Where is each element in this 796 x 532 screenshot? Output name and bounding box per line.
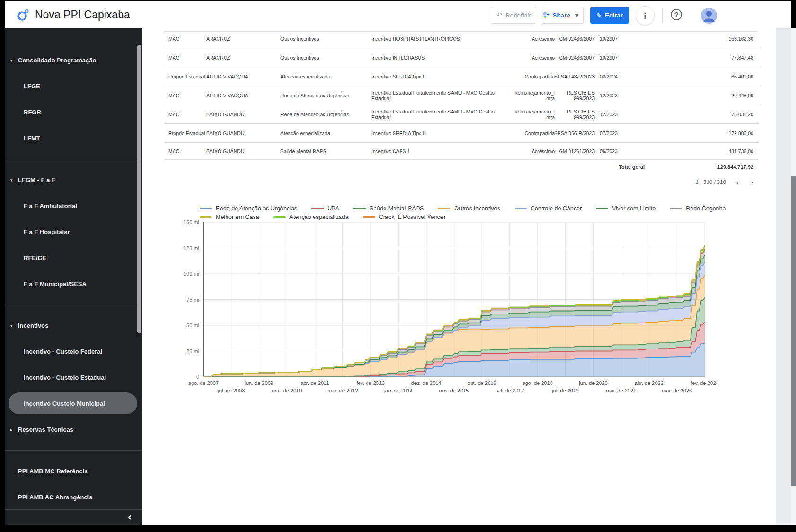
x-axis-tick-label: jan. de 2014: [384, 388, 413, 393]
y-axis-tick-label: 75 mi: [186, 297, 199, 303]
sidebar-divider: [5, 159, 142, 159]
table-cell: RES CIB ES 999/2023: [553, 105, 595, 123]
sidebar-item-incentivo-custeio-estadual[interactable]: Incentivo - Custeio Estadual: [5, 365, 142, 391]
sidebar-item-f-a-f-hospitalar[interactable]: F a F Hospitalar: [5, 219, 142, 245]
table-cell: Contrapartida: [512, 124, 555, 142]
sidebar-divider: [5, 305, 142, 305]
legend-swatch-icon: [438, 208, 450, 209]
share-button[interactable]: Share: [542, 7, 571, 24]
pencil-icon: ✎: [596, 12, 602, 19]
sidebar-item-lfge[interactable]: LFGE: [5, 73, 142, 99]
x-axis-tick-label: abr. de 2011: [300, 380, 329, 386]
y-axis-tick-label: 25 mi: [186, 349, 199, 354]
legend-item-upa[interactable]: UPA: [311, 205, 339, 212]
sidebar-item-lfmt[interactable]: LFMT: [5, 125, 142, 151]
legend-swatch-icon: [200, 208, 212, 209]
chevron-expanded-icon: ▾: [10, 178, 18, 183]
person-icon: [701, 8, 717, 24]
table-cell: MAC: [168, 48, 205, 67]
x-axis-tick-label: fev. de 2013: [356, 380, 385, 386]
y-axis-tick-label: 50 mi: [186, 323, 199, 328]
page-scrollbar-thumb[interactable]: [791, 176, 796, 486]
table-cell: Acréscimo: [512, 143, 555, 159]
legend-item-rede-de-atencao-as-urgencias[interactable]: Rede de Atenção às Urgências: [200, 205, 297, 212]
help-button[interactable]: ?: [671, 9, 682, 20]
legend-swatch-icon: [311, 208, 324, 209]
table-row: MACARACRUZOutros IncentivosIncentivo HOS…: [165, 29, 758, 48]
table-cell: Incentivo HOSPITAIS FILANTRÓPICOS: [371, 29, 511, 48]
sidebar-item-label: Incentivo - Custeio Estadual: [24, 374, 106, 381]
table-cell: ATILIO VIVACQUA: [206, 67, 278, 86]
sidebar: ▾Consolidado ProgramaçãoLFGERFGRLFMT▾LFG…: [5, 28, 142, 525]
table-cell: ARACRUZ: [206, 48, 278, 67]
sidebar-item-incentivo-custeio-municipal[interactable]: Incentivo Custeio Municipal: [9, 392, 137, 414]
pagination-next-icon[interactable]: ›: [747, 177, 758, 188]
sidebar-item-ppi-amb-ac-abrangencia[interactable]: PPI AMB AC Abrangência: [5, 484, 142, 510]
sidebar-item-f-a-f-ambulatorial[interactable]: F a F Ambulatorial: [5, 193, 142, 219]
sidebar-item-incentivo-custeio-federal[interactable]: Incentivo - Custeio Federal: [5, 339, 142, 365]
sidebar-item-reservas-tecnicas[interactable]: ▸Reservas Técnicas: [5, 417, 142, 443]
legend-swatch-icon: [670, 208, 682, 209]
table-row: MACARACRUZOutros IncentivosIncentivo INT…: [165, 48, 758, 67]
table-cell: 29.448,00: [682, 86, 753, 105]
sidebar-item-label: RFE/GE: [24, 254, 46, 262]
table-cell: 10/2007: [600, 48, 635, 67]
report-canvas: MACARACRUZOutros IncentivosIncentivo HOS…: [142, 28, 776, 525]
sidebar-item-lfgm-f-a-f[interactable]: ▾LFGM - F a F: [5, 167, 142, 193]
legend-item-saude-mental-raps[interactable]: Saúde Mental-RAPS: [353, 205, 424, 212]
y-axis-tick-label: 150 mi: [184, 219, 199, 225]
table-cell: Saúde Mental-RAPS: [280, 143, 368, 159]
sidebar-item-f-a-f-municipal-sesa[interactable]: F a F Municipal/SESA: [5, 271, 142, 297]
vertical-ellipsis-icon: ⋮: [641, 11, 649, 20]
chevron-expanded-icon: ▾: [10, 323, 18, 328]
sidebar-item-label: Reservas Técnicas: [18, 426, 73, 433]
sidebar-item-consolidado-programacao[interactable]: ▾Consolidado Programação: [5, 47, 142, 73]
legend-item-controle-de-cancer[interactable]: Controle de Câncer: [515, 205, 582, 212]
sidebar-scrollbar-thumb[interactable]: [137, 45, 141, 333]
redefinir-button[interactable]: ↶ Redefinir: [491, 7, 536, 24]
table-cell: BAIXO GUANDU: [206, 143, 278, 159]
x-axis-tick-label: ago. de 2018: [523, 380, 553, 386]
legend-label: Saúde Mental-RAPS: [369, 205, 424, 212]
legend-item-outros-incentivos[interactable]: Outros Incentivos: [438, 205, 500, 212]
header-divider: [662, 8, 663, 23]
table-cell: 12/2023: [600, 105, 635, 123]
y-axis-tick-label: 125 mi: [184, 245, 199, 251]
share-dropdown-caret[interactable]: ▼: [570, 7, 584, 24]
collapse-sidebar-icon[interactable]: ‹: [128, 511, 131, 523]
table-cell: ARACRUZ: [206, 29, 278, 48]
legend-label: UPA: [327, 205, 339, 212]
user-avatar[interactable]: [701, 8, 717, 24]
table-cell: 153.162,30: [682, 29, 753, 48]
page-scrollbar[interactable]: [791, 28, 796, 525]
legend-label: Controle de Câncer: [531, 205, 582, 212]
table-cell: Incentivo Estadual Fortalecimento SAMU -…: [371, 105, 511, 123]
x-axis-tick-label: out. de 2016: [467, 380, 496, 386]
sidebar-item-ppi-amb-mc-referencia[interactable]: PPI AMB MC Referência: [5, 458, 142, 484]
x-axis-tick-label: mar. de 2012: [327, 388, 358, 393]
more-options-button[interactable]: ⋮: [636, 6, 655, 25]
sidebar-item-label: RFGR: [24, 109, 41, 116]
table-cell: Contrapartida: [512, 67, 555, 86]
legend-item-viver-sem-limite[interactable]: Viver sem Limite: [596, 205, 656, 212]
table-cell: 431.736,00: [682, 143, 753, 159]
table-cell: Incentivo SERDIA Tipo I: [371, 67, 511, 86]
sidebar-item-incentivos[interactable]: ▾Incentivos: [5, 313, 142, 339]
sidebar-item-rfgr[interactable]: RFGR: [5, 99, 142, 125]
table-cell: Rede de Atenção às Urgências: [280, 86, 368, 105]
table-cell: Atenção especializada: [280, 124, 368, 142]
pagination-prev-icon[interactable]: ‹: [732, 177, 743, 188]
canvas-gutter: [776, 28, 791, 525]
table-cell: Incentivo SERDIA Tipo II: [371, 124, 511, 142]
x-axis-tick-label: abr. de 2022: [635, 380, 664, 386]
editar-button[interactable]: ✎ Editar: [590, 7, 629, 24]
legend-item-rede-cegonha[interactable]: Rede Cegonha: [670, 205, 726, 212]
table-cell: Outros Incentivos: [280, 29, 368, 48]
legend-label: Rede Cegonha: [686, 205, 726, 212]
data-table: MACARACRUZOutros IncentivosIncentivo HOS…: [165, 28, 758, 190]
table-cell: Rede de Atenção às Urgências: [280, 105, 368, 123]
legend-swatch-icon: [515, 208, 527, 209]
sidebar-item-rfe-ge[interactable]: RFE/GE: [5, 245, 142, 271]
legend-label: Viver sem Limite: [612, 205, 656, 212]
table-cell: 86.400,00: [682, 67, 753, 86]
